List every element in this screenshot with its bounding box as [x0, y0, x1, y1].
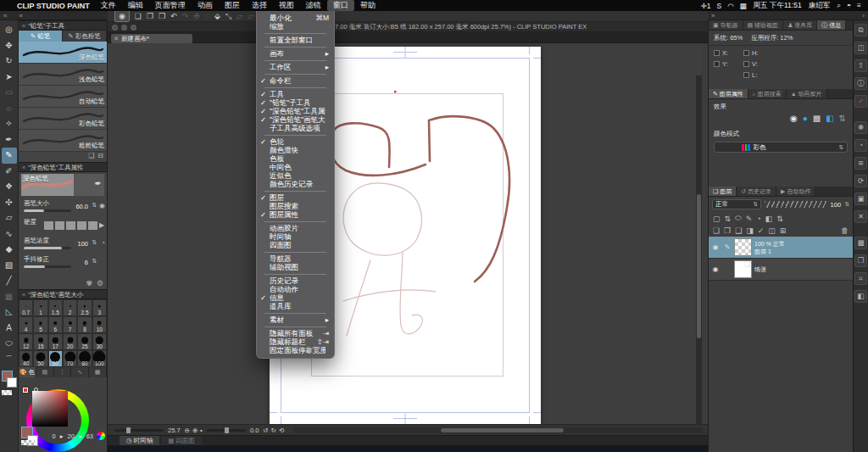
prop-slider[interactable]	[24, 209, 71, 212]
layer-option-icon[interactable]: ⇅	[776, 215, 783, 223]
zoom-slider-knob[interactable]	[126, 427, 131, 433]
settings-icon[interactable]: ⚙	[97, 279, 103, 287]
status-icon[interactable]: ≡	[857, 1, 861, 10]
menu-item-辅助视图[interactable]: 辅助视图	[257, 263, 334, 271]
menu-item-工作区[interactable]: 工作区▸	[257, 63, 334, 71]
clear-icon[interactable]: ▱	[236, 11, 242, 21]
size-40[interactable]: 40	[19, 350, 33, 367]
layer-option-icon[interactable]: ⇅	[725, 215, 732, 223]
strip-icon[interactable]: ⌗	[854, 272, 867, 285]
menu-item-素材[interactable]: 素材▸	[257, 315, 334, 324]
size-7[interactable]: 7	[63, 316, 77, 333]
strip-icon[interactable]: ❐	[854, 254, 867, 267]
menu-item-信息[interactable]: ✓信息	[257, 293, 334, 302]
line-correct-tool[interactable]: ⌒	[2, 352, 17, 368]
pencil-tool[interactable]: ✎	[2, 148, 17, 164]
rotate-button[interactable]: ⟲	[279, 427, 284, 434]
rotation-slider-knob[interactable]	[225, 427, 229, 433]
layer-option-icon[interactable]: ⬭	[735, 214, 742, 223]
menu-item-缩放[interactable]: 缩放	[257, 22, 334, 31]
pen-settings-icon[interactable]: ✒	[95, 179, 102, 188]
stepper-icon[interactable]: ⇅	[92, 258, 97, 265]
layerprop-tab-图层搜索[interactable]: ⌕ 图层搜索	[748, 89, 787, 98]
brush-item-自动铅笔[interactable]: 自动铅笔	[19, 86, 107, 108]
menu-item-深色铅笔工具属性[interactable]: ✓"深色铅笔"工具属性	[257, 107, 334, 115]
colorwheel-tab[interactable]: ▦	[89, 367, 107, 377]
strip-icon[interactable]: ◫	[854, 42, 867, 54]
layer-option-icon[interactable]: ◔	[756, 215, 760, 223]
panel-collapse-icon[interactable]: «	[22, 290, 25, 299]
menu-item-中间色[interactable]: 中间色	[257, 163, 334, 171]
decoration-tool[interactable]: ✣	[2, 195, 17, 211]
menu-item-固定面板停靠宽度[interactable]: 固定面板停靠宽度	[257, 346, 334, 354]
layer-tab-自动动作[interactable]: ▶ 自动动作	[776, 187, 815, 196]
bottom-tab-时间轴[interactable]: ◷ 时间轴	[120, 436, 159, 445]
layerprop-tab-动画胶片[interactable]: ▲ 动画胶片	[787, 89, 827, 98]
layer-color-effect-icon[interactable]: ◧	[826, 114, 833, 123]
colormode-select[interactable]: 彩色 ⇅	[714, 142, 848, 153]
vertical-scrollbar[interactable]	[696, 75, 702, 424]
layer-action-icon[interactable]: ❏	[713, 226, 720, 235]
visibility-eye-icon[interactable]: ◉	[710, 243, 721, 251]
saturation-value-square[interactable]	[32, 391, 68, 427]
layer-action-icon[interactable]: 🗑	[841, 226, 849, 235]
layer-action-icon[interactable]: ⊞	[780, 226, 787, 235]
strip-icon[interactable]: ⟳	[854, 175, 867, 187]
size-100[interactable]: 100	[92, 350, 107, 367]
menubar-item-动画[interactable]: 动画	[192, 0, 219, 11]
subtool-tab-铅笔[interactable]: ✎ 铅笔	[19, 31, 63, 42]
subtool-tab-彩色粉笔[interactable]: ✎ 彩色粉笔	[63, 31, 107, 42]
menu-item-时间轴[interactable]: 时间轴	[257, 232, 334, 241]
fill-icon[interactable]: ⬙	[214, 11, 220, 21]
layer-option-icon[interactable]: ✎	[746, 215, 753, 223]
frame-border-tool[interactable]: ▦	[2, 289, 17, 305]
vertical-scrollbar-thumb[interactable]	[697, 194, 701, 338]
menu-item-最小化[interactable]: 最小化⌘M	[257, 14, 334, 22]
zoom-button[interactable]: ⊕	[192, 427, 198, 434]
menubar-item-视图[interactable]: 视图	[273, 0, 300, 11]
layer-action-icon[interactable]: ✓	[758, 226, 765, 235]
open-icon[interactable]: ❐	[147, 11, 153, 21]
size-2[interactable]: 2	[63, 299, 77, 316]
brushsize-panel-header[interactable]: « "深色铅笔"画笔大小	[19, 289, 107, 299]
halftone-effect-icon[interactable]: ▩	[813, 114, 821, 123]
status-icon[interactable]: ▦	[740, 2, 747, 10]
layer-option-icon[interactable]: ▢	[713, 215, 721, 223]
eraser-tool[interactable]: ▱	[2, 210, 17, 226]
figure-tool[interactable]: ╱	[2, 273, 17, 289]
fill-tool[interactable]: ◆	[2, 242, 17, 258]
strip-icon[interactable]: ✓	[854, 95, 867, 108]
checkbox[interactable]	[714, 50, 720, 56]
size-20[interactable]: 20	[63, 333, 77, 350]
strip-icon[interactable]: ▩	[854, 237, 867, 249]
layer-option-icon[interactable]: ◧	[765, 215, 773, 223]
stepper-icon[interactable]: ⇅	[92, 239, 97, 246]
subtool-panel-header[interactable]: « "铅笔"子工具	[19, 20, 107, 31]
size-6[interactable]: 6	[48, 316, 63, 333]
size-8[interactable]: 8	[77, 316, 92, 333]
menubar-item-文件[interactable]: 文件	[95, 0, 122, 11]
menubar-item-页面管理[interactable]: 页面管理	[149, 0, 192, 11]
layer-tab-图层[interactable]: ❏ 图层	[709, 187, 737, 196]
balloon-tool[interactable]: ⬭	[2, 336, 17, 352]
background-chip[interactable]	[7, 377, 17, 388]
size-5[interactable]: 5	[33, 316, 47, 333]
layer-tab-历史记录[interactable]: ↺ 历史记录	[737, 187, 776, 196]
blend-tool[interactable]: ∿	[2, 226, 17, 243]
prop-slider[interactable]	[24, 265, 71, 268]
menubar-item-图层[interactable]: 图层	[219, 0, 246, 11]
layer-action-icon[interactable]: ◫	[768, 226, 776, 235]
size-25[interactable]: 25	[77, 333, 92, 350]
close-tab-icon[interactable]: ✕	[114, 34, 119, 43]
effect-stepper-icon[interactable]: ⇅	[839, 114, 846, 123]
color-mode-toggle-icon[interactable]	[97, 432, 105, 440]
strip-icon[interactable]: ⧉	[854, 24, 867, 36]
status-icon[interactable]: ⌕	[837, 1, 841, 10]
menu-item-近似色[interactable]: 近似色	[257, 171, 334, 180]
size-17[interactable]: 17	[48, 333, 63, 350]
show-menu-icon[interactable]: ◉	[114, 10, 130, 22]
size-15[interactable]: 15	[33, 333, 47, 350]
strip-icon[interactable]: ⇧	[854, 59, 867, 72]
menu-item-自动动作[interactable]: 自动动作	[257, 285, 334, 293]
status-icon[interactable]: ✛1	[701, 2, 711, 10]
